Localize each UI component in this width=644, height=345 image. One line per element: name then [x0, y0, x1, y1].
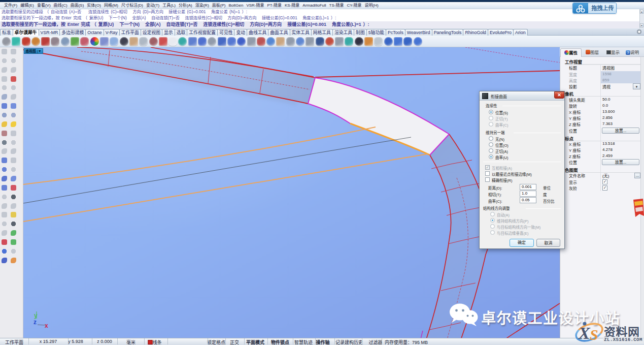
svg-text:S: S	[590, 326, 598, 343]
svg-text:y: y	[34, 312, 38, 319]
svg-text:X: X	[578, 324, 591, 342]
svg-text:x: x	[45, 322, 48, 329]
svg-text:z: z	[33, 319, 37, 326]
